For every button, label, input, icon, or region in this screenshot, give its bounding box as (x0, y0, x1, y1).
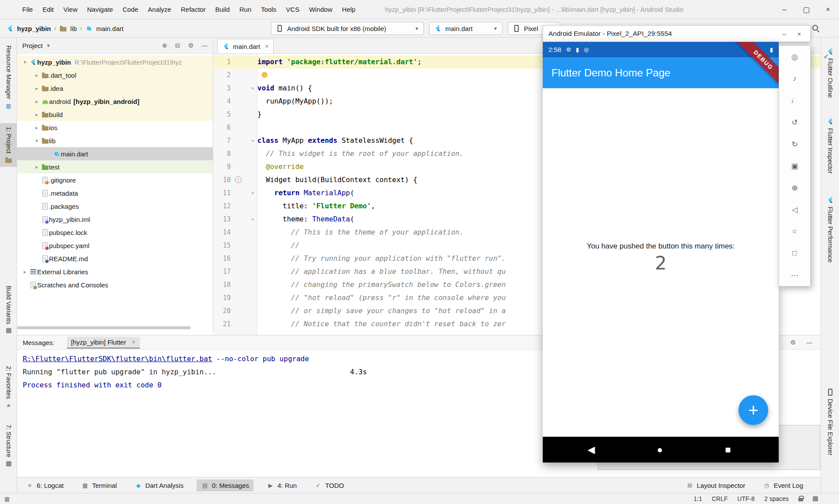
locate-icon[interactable]: ⊕ (162, 42, 167, 49)
stripe-tab-1-project[interactable]: 1: Project (0, 123, 17, 167)
tool-window-button-layout-inspector[interactable]: ⊞Layout Inspector (682, 480, 750, 491)
more-icon[interactable]: ⋯ (787, 269, 802, 282)
tool-window-button-todo[interactable]: ✓TODO (310, 480, 348, 491)
close-icon[interactable]: × (265, 43, 269, 50)
hide-panel-icon[interactable]: — (201, 42, 208, 49)
tool-window-switcher-icon[interactable]: ▦ (4, 496, 10, 502)
menu-refactor[interactable]: Refactor (176, 0, 211, 19)
emulator-screen[interactable]: 2:58 ⚙▮◎ ▮ Flutter Demo Home Page You ha… (543, 42, 779, 463)
stripe-tab-device-file-explorer[interactable]: Device File Explorer (821, 389, 839, 456)
line-ending-widget[interactable]: CRLF (712, 495, 728, 502)
hide-panel-icon[interactable]: — (806, 339, 812, 346)
menu-run[interactable]: Run (235, 0, 257, 19)
tree-row-readme.md[interactable]: README.md (17, 252, 213, 265)
stripe-tab-flutter-outline[interactable]: Flutter Outline (821, 48, 839, 98)
back-icon[interactable]: ◁ (787, 203, 802, 216)
emulator-close-button[interactable]: × (794, 30, 805, 38)
tree-row-android[interactable]: ▸android[hyzp_yibin_android] (17, 95, 213, 108)
indent-widget[interactable]: 2 spaces (764, 495, 789, 502)
overview-icon[interactable]: □ (787, 247, 802, 260)
menu-edit[interactable]: Edit (38, 0, 59, 19)
tree-row-.dart_tool[interactable]: ▸.dart_tool (17, 69, 213, 82)
overview-button[interactable]: ■ (719, 437, 737, 463)
breadcrumb-main.dart[interactable]: main.dart (96, 25, 124, 32)
stripe-tab-flutter-performance[interactable]: Flutter Performance (821, 197, 839, 262)
tool-window-button-terminal[interactable]: ▦Terminal (77, 480, 121, 491)
flutter-bat-link[interactable]: R:\Flutter\FlutterSDK\flutter\bin\flutte… (23, 355, 212, 363)
volume-up-icon[interactable]: ♪ (787, 72, 802, 85)
stripe-tab-flutter-inspector[interactable]: Flutter Inspector (821, 118, 839, 174)
tree-row-.packages[interactable]: .packages (17, 200, 213, 213)
fold-icon[interactable]: ▾ (251, 186, 254, 200)
fold-icon[interactable]: ▾ (251, 82, 254, 95)
zoom-icon[interactable]: ⊕ (787, 181, 802, 194)
menu-tools[interactable]: Tools (256, 0, 281, 19)
menu-help[interactable]: Help (337, 0, 361, 19)
tree-toggle-icon[interactable]: ▸ (32, 99, 41, 104)
messages-tab-flutter[interactable]: [hyzp_yibin] Flutter × (67, 337, 140, 349)
breadcrumb-hyzp_yibin[interactable]: hyzp_yibin (17, 25, 51, 32)
tool-window-button-event-log[interactable]: ◷Event Log (758, 480, 808, 491)
menu-view[interactable]: View (59, 0, 82, 19)
back-button[interactable]: ◀ (582, 437, 600, 463)
tree-toggle-icon[interactable]: ▸ (32, 86, 41, 91)
screenshot-icon[interactable]: ▣ (787, 159, 802, 173)
emulator-minimize-button[interactable]: – (779, 30, 790, 38)
volume-down-icon[interactable]: ♩ (787, 94, 802, 107)
chevron-down-icon[interactable]: ▼ (46, 43, 51, 48)
tree-toggle-icon[interactable]: ▾ (32, 138, 41, 144)
tree-row-hyzp_yibin.iml[interactable]: hyzp_yibin.iml (17, 213, 213, 226)
readonly-lock-icon[interactable] (798, 498, 803, 501)
tree-row-.idea[interactable]: ▸.idea (17, 82, 213, 95)
menu-build[interactable]: Build (210, 0, 234, 19)
menu-vcs[interactable]: VCS (281, 0, 304, 19)
tree-row-scratches-and-consoles[interactable]: Scratches and Consoles (17, 278, 213, 291)
stripe-tab-resource-manager[interactable]: Resource Manager▦ (0, 42, 17, 113)
breadcrumb-lib[interactable]: lib (70, 25, 77, 32)
tree-row-.metadata[interactable]: .metadata (17, 186, 213, 200)
editor-tab-main-dart[interactable]: main.dart × (217, 39, 274, 53)
tool-window-button-0-messages[interactable]: ▤0: Messages (197, 480, 253, 491)
emulator-title-bar[interactable]: Android Emulator - Pixel_2_API_29:5554 –… (543, 25, 811, 42)
device-selector[interactable]: Android SDK built for x86 (mobile) ▼ (271, 22, 424, 35)
tree-toggle-icon[interactable]: ▾ (21, 59, 29, 65)
inspection-highlight-icon[interactable] (813, 496, 818, 501)
tree-row-.gitignore[interactable]: .gitignore (17, 173, 213, 186)
home-button[interactable]: ● (651, 437, 669, 463)
search-everywhere-icon[interactable] (812, 24, 819, 33)
tree-row-ios[interactable]: ▸ios (17, 121, 213, 134)
menu-navigate[interactable]: Navigate (82, 0, 118, 19)
fold-icon[interactable]: ▾ (251, 134, 254, 147)
tool-window-button-4-run[interactable]: ▶4: Run (262, 480, 301, 491)
tree-row-hyzp_yibin[interactable]: ▾hyzp_yibinR:\FlutterProject\FlutterProj… (17, 55, 213, 69)
restore-button[interactable]: ▢ (795, 0, 817, 19)
override-marker-icon[interactable]: ↑ (235, 176, 242, 183)
tree-toggle-icon[interactable]: ▸ (32, 164, 41, 170)
rotate-left-icon[interactable]: ↺ (787, 116, 802, 129)
intention-bulb-icon[interactable] (262, 72, 267, 78)
tree-toggle-icon[interactable]: ▸ (32, 72, 41, 78)
tree-toggle-icon[interactable]: ▸ (32, 125, 41, 131)
minimize-button[interactable]: – (773, 0, 795, 19)
tree-row-build[interactable]: ▸build (17, 108, 213, 121)
project-title[interactable]: Project (22, 42, 43, 49)
home-icon[interactable]: ○ (787, 225, 802, 238)
fab-increment-button[interactable]: + (738, 395, 768, 425)
encoding-widget[interactable]: UTF-8 (737, 495, 755, 502)
stripe-tab-2-favorites[interactable]: 2: Favorites★ (0, 362, 17, 413)
tool-window-button-dart-analysis[interactable]: ◆Dart Analysis (130, 480, 188, 491)
tree-row-test[interactable]: ▸test (17, 160, 213, 173)
tool-window-button-6-logcat[interactable]: ≡6: Logcat (21, 480, 68, 491)
rotate-right-icon[interactable]: ↻ (787, 138, 802, 151)
close-icon[interactable]: × (132, 338, 135, 345)
fold-icon[interactable]: ▾ (251, 213, 254, 226)
menu-analyze[interactable]: Analyze (143, 0, 176, 19)
close-button[interactable]: × (817, 0, 839, 19)
run-config-selector[interactable]: main.dart ▼ (429, 22, 503, 35)
tree-row-pubspec.yaml[interactable]: pubspec.yaml (17, 239, 213, 252)
stripe-tab-build-variants[interactable]: Build Variants (0, 282, 17, 338)
menu-file[interactable]: File (17, 0, 38, 19)
tree-row-main.dart[interactable]: main.dart (17, 147, 213, 160)
settings-icon[interactable]: ⚙ (188, 42, 194, 49)
power-icon[interactable]: ◎ (787, 50, 802, 63)
